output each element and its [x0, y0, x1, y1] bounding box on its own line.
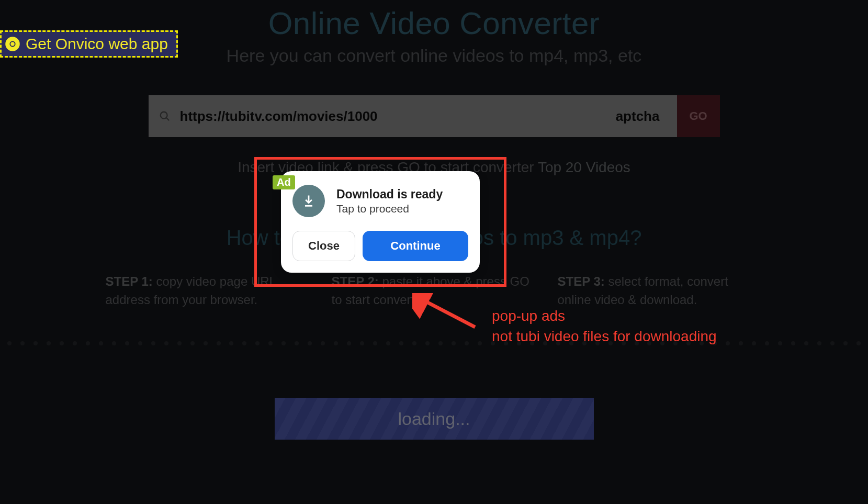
annotation-line-2: not tubi video files for downloading	[492, 326, 717, 346]
step-3-label: STEP 3:	[558, 274, 605, 288]
loading-bar: loading...	[275, 398, 594, 440]
popup-title: Download is ready	[336, 187, 443, 201]
step-1-label: STEP 1:	[106, 274, 153, 288]
svg-line-8	[422, 299, 475, 327]
search-icon	[159, 110, 171, 122]
webapp-badge-text: Get Onvico web app	[26, 35, 168, 53]
ad-tag: Ad	[273, 175, 295, 189]
step-3: STEP 3: select format, convert online vi…	[558, 273, 763, 309]
search-row: GO	[149, 95, 720, 137]
annotation-text: pop-up ads not tubi video files for down…	[492, 306, 717, 346]
get-webapp-badge[interactable]: Get Onvico web app	[0, 30, 178, 58]
url-input[interactable]	[180, 108, 667, 125]
chrome-icon	[5, 36, 20, 52]
popup-close-button[interactable]: Close	[292, 231, 355, 261]
svg-point-3	[160, 112, 167, 119]
page-subtitle: Here you can convert online videos to mp…	[105, 46, 764, 66]
download-icon	[292, 185, 325, 217]
svg-line-4	[166, 118, 169, 121]
ad-popup-card: Download is ready Tap to proceed Close C…	[281, 171, 480, 273]
popup-subtitle: Tap to proceed	[336, 203, 443, 215]
page-title: Online Video Converter	[105, 5, 764, 41]
go-button[interactable]: GO	[677, 95, 720, 137]
popup-continue-button[interactable]: Continue	[363, 231, 468, 261]
divider-dots	[0, 341, 868, 346]
svg-point-2	[10, 42, 15, 46]
top-videos-link[interactable]: Top 20 Videos	[538, 159, 630, 175]
search-box[interactable]	[149, 95, 677, 137]
popup-highlight-frame: Ad Download is ready Tap to proceed Clos…	[254, 157, 506, 287]
annotation-line-1: pop-up ads	[492, 306, 717, 326]
annotation-arrow	[412, 293, 480, 335]
